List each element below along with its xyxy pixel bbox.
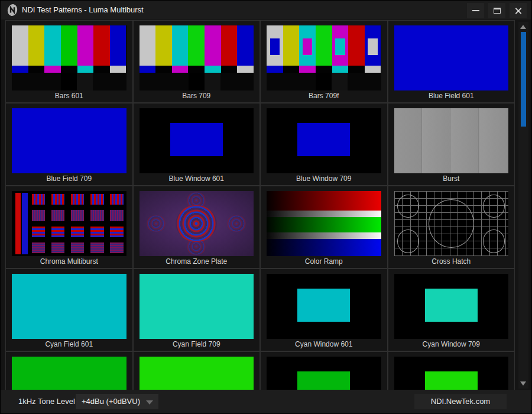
tile-cyan-field-709[interactable]: Cyan Field 709	[133, 269, 261, 351]
tone-level-value: +4dBu (+0dBVU)	[82, 397, 140, 406]
tile-label: Chroma Multiburst	[6, 257, 132, 267]
pattern-art	[12, 108, 126, 173]
tile-cross-hatch[interactable]: Cross Hatch	[388, 186, 515, 269]
pattern-art	[146, 215, 166, 232]
tile-label: Chroma Zone Plate	[134, 257, 260, 267]
pattern-art	[316, 73, 332, 90]
tile-cyan-field-601[interactable]: Cyan Field 601	[5, 269, 133, 351]
tile-blue-field-601[interactable]: Blue Field 601	[388, 20, 515, 103]
pattern-art	[90, 210, 103, 221]
pattern-art	[77, 25, 94, 66]
pattern-art	[110, 242, 123, 253]
scrollbar-thumb[interactable]	[521, 32, 526, 127]
pattern-art	[297, 123, 350, 156]
tile-greenfield709[interactable]	[133, 351, 261, 391]
minimize-button[interactable]	[467, 3, 484, 18]
pattern-art	[140, 357, 254, 391]
pattern-thumbnail	[12, 25, 126, 90]
ndi-website-link[interactable]: NDI.NewTek.com	[414, 394, 507, 409]
tile-label: Cyan Field 601	[6, 339, 132, 350]
tile-label: Cyan Field 709	[134, 339, 260, 350]
scrollbar[interactable]	[518, 22, 528, 389]
pattern-art	[237, 66, 254, 73]
tile-blue-window-601[interactable]: Blue Window 601	[133, 103, 261, 186]
pattern-art	[93, 25, 110, 66]
pattern-art	[297, 289, 350, 322]
pattern-art	[12, 25, 28, 66]
pattern-art	[270, 38, 280, 55]
pattern-art	[397, 229, 419, 253]
tile-blue-window-709[interactable]: Blue Window 709	[260, 103, 388, 186]
tile-bars-601[interactable]: Bars 601	[5, 20, 133, 103]
pattern-art	[348, 25, 365, 66]
tile-label: Cyan Window 601	[261, 339, 387, 350]
footer-bar: 1kHz Tone Level +4dBu (+0dBVU) NDI.NewTe…	[1, 390, 531, 413]
pattern-art	[71, 242, 84, 253]
title-bar[interactable]: NDI Test Patterns - Luma Multiburst	[1, 1, 531, 20]
pattern-art	[77, 66, 94, 73]
pattern-thumbnail	[12, 108, 126, 173]
tile-label: Blue Field 709	[6, 174, 132, 184]
pattern-art	[483, 229, 505, 253]
pattern-art	[44, 25, 61, 66]
pattern-thumbnail	[140, 357, 254, 391]
pattern-art	[205, 73, 220, 90]
tile-label: Blue Window 601	[134, 174, 260, 184]
pattern-art	[189, 73, 205, 90]
pattern-art	[316, 25, 332, 66]
pattern-art	[267, 66, 381, 73]
pattern-art	[297, 371, 350, 391]
pattern-art	[368, 38, 378, 55]
pattern-thumbnail	[140, 274, 254, 339]
pattern-thumbnail	[267, 191, 381, 256]
pattern-art	[44, 66, 61, 73]
tile-burst[interactable]: Burst	[388, 103, 515, 186]
tile-greenfield601[interactable]	[5, 351, 133, 391]
tile-cyan-window-601[interactable]: Cyan Window 601	[260, 269, 388, 351]
pattern-art	[22, 193, 28, 254]
pattern-art	[93, 66, 110, 73]
pattern-art	[172, 66, 189, 73]
pattern-art	[12, 357, 126, 391]
pattern-thumbnail	[394, 274, 509, 339]
pattern-art	[237, 25, 254, 66]
pattern-art	[267, 191, 381, 211]
close-button[interactable]	[510, 3, 527, 18]
tone-level-dropdown[interactable]: +4dBu (+0dBVU)	[76, 394, 158, 409]
tile-label: Cyan Window 709	[388, 339, 515, 350]
pattern-art	[140, 66, 156, 73]
pattern-art	[32, 194, 124, 253]
pattern-art	[283, 66, 300, 73]
pattern-art	[267, 191, 381, 256]
pattern-art	[77, 73, 93, 90]
pattern-art	[71, 194, 84, 205]
tile-bars-709f[interactable]: Bars 709f	[260, 20, 388, 103]
pattern-art	[303, 38, 313, 55]
tile-chroma-zone-plate[interactable]: Chroma Zone Plate	[133, 186, 261, 269]
pattern-art	[28, 25, 45, 66]
scroll-up-arrow-icon[interactable]	[520, 25, 526, 29]
pattern-art	[335, 38, 345, 55]
tile-chroma-multiburst[interactable]: Chroma Multiburst	[5, 186, 133, 269]
tile-label: Bars 601	[6, 91, 132, 101]
maximize-button[interactable]	[488, 3, 505, 18]
minimize-icon	[472, 10, 479, 11]
pattern-art	[483, 195, 505, 218]
pattern-art	[267, 232, 381, 239]
pattern-art	[394, 25, 509, 90]
tile-color-ramp[interactable]: Color Ramp	[260, 186, 388, 269]
test-pattern-grid: Bars 601Bars 709Bars 709fBlue Field 601B…	[5, 20, 515, 391]
tile-greenwindow601[interactable]	[260, 351, 388, 391]
pattern-art	[110, 25, 126, 66]
tile-greenwindow709[interactable]	[388, 351, 515, 391]
pattern-art	[226, 215, 246, 232]
tile-bars-709[interactable]: Bars 709	[133, 20, 261, 103]
tile-label: Bars 709f	[261, 91, 387, 101]
tile-blue-field-709[interactable]: Blue Field 709	[5, 103, 133, 186]
pattern-thumbnail	[394, 191, 509, 256]
pattern-thumbnail	[140, 25, 254, 90]
tile-cyan-window-709[interactable]: Cyan Window 709	[388, 269, 515, 351]
pattern-art	[71, 210, 84, 221]
scroll-down-arrow-icon[interactable]	[520, 381, 526, 386]
pattern-art	[32, 227, 45, 237]
